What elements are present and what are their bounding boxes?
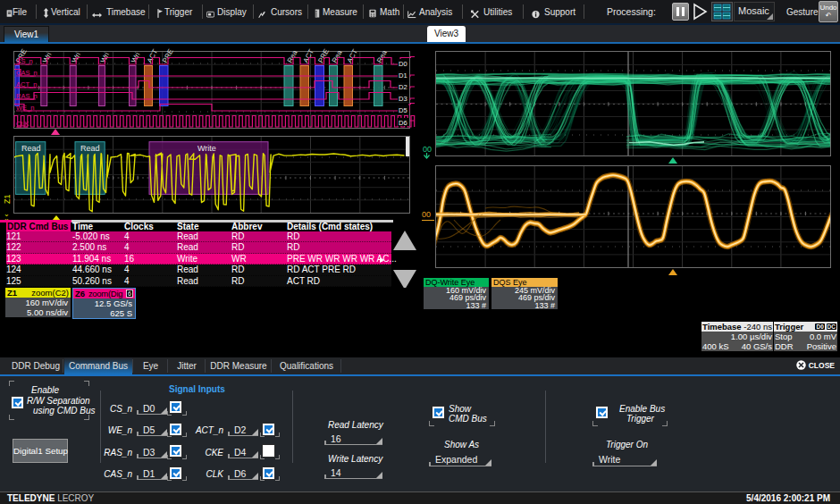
svg-text:ACT_n: ACT_n — [16, 80, 37, 88]
svg-text:Write: Write — [197, 144, 216, 153]
svg-text:D2: D2 — [399, 83, 407, 91]
svg-text:CLK: CLK — [16, 119, 29, 127]
svg-text:Read: Read — [80, 144, 100, 153]
svg-text:Rea: Rea — [286, 48, 299, 64]
svg-text:WE_n: WE_n — [16, 103, 34, 111]
svg-text:D6: D6 — [399, 119, 407, 127]
svg-text:D1: D1 — [399, 71, 407, 80]
svg-text:CAS_n: CAS_n — [16, 68, 38, 76]
svg-text:RAS_n: RAS_n — [16, 91, 38, 99]
svg-text:6: 6 — [128, 290, 131, 297]
svg-text:D3: D3 — [399, 95, 407, 103]
svg-text:D5: D5 — [399, 106, 407, 114]
svg-text:Read: Read — [21, 144, 41, 153]
svg-text:CS_n: CS_n — [16, 56, 33, 64]
svg-text:D0: D0 — [399, 60, 407, 68]
